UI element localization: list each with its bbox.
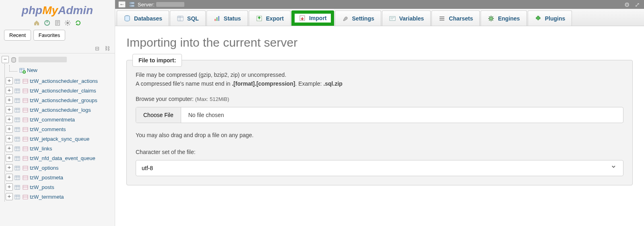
tree-toggle[interactable]: +: [6, 87, 13, 94]
table-structure-icon[interactable]: [22, 136, 29, 142]
settings-gear-icon[interactable]: [64, 19, 71, 27]
tree-table-node[interactable]: +tzW_termmeta: [5, 192, 114, 201]
table-structure-icon[interactable]: [22, 116, 29, 123]
docs-icon[interactable]: [54, 19, 61, 27]
tree-table-node[interactable]: +tzW_jetpack_sync_queue: [5, 134, 114, 144]
tree-table-node[interactable]: +tzW_commentmeta: [5, 115, 114, 124]
tree-table-node[interactable]: +tzW_actionscheduler_claims: [5, 86, 114, 95]
home-icon[interactable]: [33, 19, 40, 27]
server-icon: [129, 1, 135, 8]
tab-sql[interactable]: SQL: [170, 10, 206, 26]
tree-toggle[interactable]: +: [6, 164, 13, 171]
tree-toggle[interactable]: +: [6, 97, 13, 104]
tab-import[interactable]: Import: [291, 10, 334, 26]
table-browse-icon[interactable]: [14, 164, 21, 171]
table-browse-icon[interactable]: [14, 174, 21, 181]
table-browse-icon[interactable]: [14, 145, 21, 152]
collapse-all-icon[interactable]: ⊟: [93, 45, 99, 50]
status-icon: [213, 15, 221, 22]
tab-status[interactable]: Status: [206, 10, 248, 26]
choose-file-button[interactable]: Choose File: [136, 107, 181, 123]
table-structure-icon[interactable]: [22, 145, 29, 152]
table-structure-icon[interactable]: [22, 126, 29, 132]
table-structure-icon[interactable]: [22, 78, 29, 84]
tree-table-node[interactable]: +tzW_links: [5, 144, 114, 153]
favorites-button[interactable]: Favorites: [33, 30, 65, 41]
tab-charsets[interactable]: Charsets: [431, 10, 480, 26]
refresh-icon[interactable]: [74, 19, 82, 27]
tree-root[interactable]: −: [1, 55, 114, 64]
back-arrow-button[interactable]: ←: [118, 1, 126, 8]
tree-toggle[interactable]: +: [6, 106, 13, 113]
topbar-right-icons: ⚙ ⤢: [620, 1, 640, 8]
tree-table-node[interactable]: +tzW_options: [5, 163, 114, 173]
import-icon: [299, 14, 306, 22]
file-input[interactable]: Choose File No file chosen: [136, 107, 623, 123]
page-title: Importing into the current server: [126, 36, 633, 49]
tree-table-node[interactable]: +tzW_nfd_data_event_queue: [5, 153, 114, 163]
recent-button[interactable]: Recent: [4, 30, 31, 41]
tree-toggle[interactable]: +: [6, 193, 13, 200]
table-browse-icon[interactable]: [14, 107, 21, 113]
tab-engines[interactable]: Engines: [481, 10, 526, 26]
table-browse-icon[interactable]: [14, 136, 21, 142]
table-browse-icon[interactable]: [14, 193, 21, 200]
svg-point-44: [489, 17, 493, 20]
tree-table-node[interactable]: +tzW_actionscheduler_logs: [5, 105, 114, 115]
table-browse-icon[interactable]: [14, 78, 21, 84]
table-structure-icon[interactable]: [22, 97, 29, 103]
table-structure-icon[interactable]: [22, 155, 29, 161]
tree-toggle[interactable]: +: [6, 145, 13, 152]
tree-new-node[interactable]: New: [5, 64, 114, 76]
table-structure-icon[interactable]: [22, 193, 29, 200]
collapse-panel-icon[interactable]: ⤢: [635, 1, 640, 8]
tree-table-node[interactable]: +tzW_posts: [5, 182, 114, 192]
table-browse-icon[interactable]: [14, 87, 21, 94]
tree-table-label: tzW_actionscheduler_logs: [30, 107, 91, 113]
svg-rect-15: [23, 118, 28, 122]
tab-databases[interactable]: Databases: [117, 10, 169, 26]
gear-icon[interactable]: ⚙: [624, 1, 630, 8]
tree-toggle[interactable]: +: [6, 183, 13, 191]
tab-export[interactable]: Export: [249, 10, 291, 26]
tree-toggle[interactable]: +: [6, 125, 13, 133]
tree-toggle[interactable]: +: [6, 174, 13, 181]
table-structure-icon[interactable]: [22, 174, 29, 181]
table-structure-icon[interactable]: [22, 107, 29, 113]
link-icon[interactable]: ⛓: [103, 45, 110, 50]
logout-icon[interactable]: [43, 19, 51, 27]
tab-settings[interactable]: Settings: [335, 10, 381, 26]
table-browse-icon[interactable]: [14, 116, 21, 123]
tree-toggle[interactable]: +: [6, 135, 13, 142]
svg-rect-18: [15, 137, 20, 141]
new-table-icon: [19, 67, 26, 73]
tree-toggle-root[interactable]: −: [2, 56, 9, 63]
tree-table-node[interactable]: +tzW_actionscheduler_actions: [5, 76, 114, 86]
tree-table-label: tzW_comments: [30, 126, 66, 132]
table-structure-icon[interactable]: [22, 184, 29, 190]
tab-variables[interactable]: Variables: [382, 10, 431, 26]
tree-toggle[interactable]: +: [6, 77, 13, 84]
svg-rect-8: [15, 89, 20, 93]
table-browse-icon[interactable]: [14, 155, 21, 161]
logo[interactable]: phpMyAdmin: [0, 2, 115, 18]
tree-table-node[interactable]: +tzW_postmeta: [5, 173, 114, 182]
tree-toggle[interactable]: +: [6, 116, 13, 123]
engines-icon: [487, 15, 495, 22]
table-browse-icon[interactable]: [14, 126, 21, 132]
tree-toggle[interactable]: +: [6, 154, 13, 162]
compress-hint-2: A compressed file's name must end in .[f…: [136, 80, 623, 87]
charset-select[interactable]: utf-8: [136, 160, 623, 176]
svg-rect-16: [15, 127, 20, 131]
tree-table-label: tzW_links: [30, 146, 52, 152]
table-browse-icon[interactable]: [14, 97, 21, 103]
table-structure-icon[interactable]: [22, 164, 29, 171]
logo-text: phpMyAdmin: [22, 4, 93, 16]
server-name[interactable]: [156, 2, 184, 7]
tree-table-node[interactable]: +tzW_actionscheduler_groups: [5, 95, 114, 105]
table-browse-icon[interactable]: [14, 184, 21, 190]
tab-plugins[interactable]: Plugins: [528, 10, 572, 26]
svg-rect-38: [215, 19, 216, 21]
table-structure-icon[interactable]: [22, 87, 29, 94]
tree-table-node[interactable]: +tzW_comments: [5, 124, 114, 134]
